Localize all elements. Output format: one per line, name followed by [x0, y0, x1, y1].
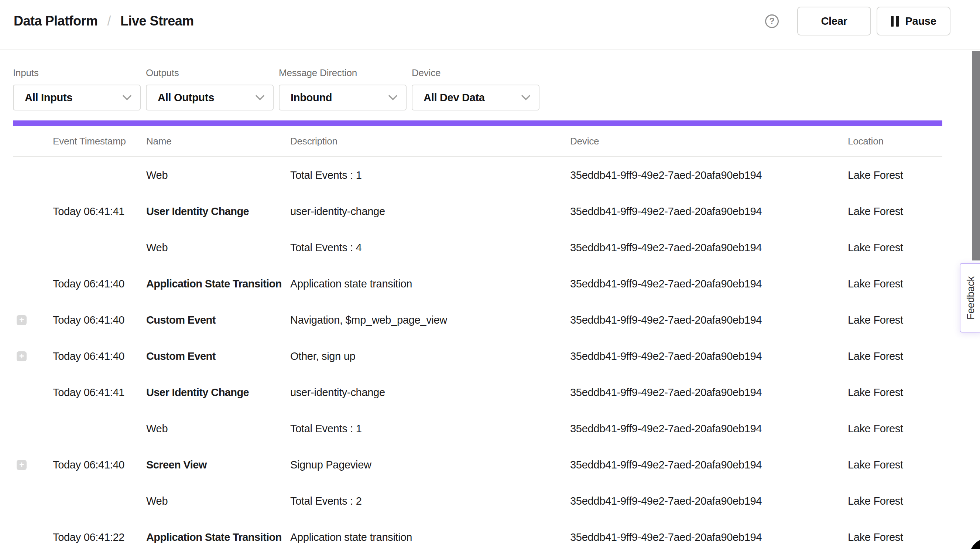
vertical-scrollbar[interactable] [972, 51, 980, 260]
table-row[interactable]: Today 06:41:41User Identity Changeuser-i… [13, 193, 942, 230]
accent-divider [13, 120, 942, 126]
cell-name: User Identity Change [146, 386, 290, 399]
cell-name: Web [146, 242, 290, 254]
cell-location: Lake Forest [848, 206, 942, 218]
cell-location: Lake Forest [848, 242, 942, 254]
filter-outputs: Outputs All Outputs [146, 67, 274, 110]
chevron-down-icon [122, 94, 132, 101]
expand-plus-icon[interactable]: + [17, 351, 27, 361]
cell-device: 35eddb41-9ff9-49e2-7aed-20afa90eb194 [570, 278, 848, 290]
cell-location: Lake Forest [848, 423, 942, 435]
breadcrumb-data-platform[interactable]: Data Platform [14, 13, 98, 29]
inputs-dropdown[interactable]: All Inputs [13, 85, 141, 110]
device-dropdown[interactable]: All Dev Data [412, 85, 539, 110]
cell-name: Application State Transition [146, 278, 290, 290]
cell-device: 35eddb41-9ff9-49e2-7aed-20afa90eb194 [570, 314, 848, 326]
breadcrumb: Data Platform / Live Stream [14, 13, 194, 29]
cell-device: 35eddb41-9ff9-49e2-7aed-20afa90eb194 [570, 386, 848, 399]
cell-description: Application state transition [290, 278, 570, 290]
filter-device: Device All Dev Data [412, 67, 539, 110]
table-row[interactable]: WebTotal Events : 435eddb41-9ff9-49e2-7a… [13, 230, 942, 266]
header-actions: ? Clear Pause [765, 6, 950, 35]
filter-inputs: Inputs All Inputs [13, 67, 141, 110]
filter-outputs-label: Outputs [146, 67, 274, 79]
cell-name: Screen View [146, 459, 290, 471]
table-body: WebTotal Events : 135eddb41-9ff9-49e2-7a… [13, 157, 942, 549]
cell-description: Total Events : 4 [290, 242, 570, 254]
table-row[interactable]: Today 06:41:41User Identity Changeuser-i… [13, 374, 942, 410]
table-row[interactable]: Today 06:41:22Application State Transiti… [13, 519, 942, 549]
chevron-down-icon [255, 94, 265, 101]
filter-device-label: Device [412, 67, 539, 79]
breadcrumb-separator: / [107, 13, 111, 29]
cell-device: 35eddb41-9ff9-49e2-7aed-20afa90eb194 [570, 242, 848, 254]
pause-button[interactable]: Pause [877, 6, 950, 35]
chevron-down-icon [521, 94, 531, 101]
cell-event-timestamp: Today 06:41:40 [53, 350, 146, 362]
cell-location: Lake Forest [848, 386, 942, 399]
table-row[interactable]: WebTotal Events : 135eddb41-9ff9-49e2-7a… [13, 410, 942, 447]
cell-event-timestamp: Today 06:41:22 [53, 531, 146, 543]
feedback-tab-label: Feedback [965, 276, 977, 319]
expand-plus-icon[interactable]: + [17, 460, 27, 470]
expand-cell: + [13, 460, 53, 470]
cell-name: Application State Transition [146, 531, 290, 543]
table-header-name: Name [146, 136, 290, 147]
chat-bubble-partial[interactable] [969, 538, 980, 549]
filter-inputs-label: Inputs [13, 67, 141, 79]
pause-icon [891, 16, 899, 27]
clear-button-label: Clear [821, 15, 847, 27]
cell-description: Application state transition [290, 531, 570, 543]
table-row[interactable]: Today 06:41:40Application State Transiti… [13, 266, 942, 302]
cell-event-timestamp: Today 06:41:40 [53, 314, 146, 326]
chevron-down-icon [388, 94, 398, 101]
cell-description: Total Events : 2 [290, 495, 570, 507]
live-stream-table: Event Timestamp Name Description Device … [13, 126, 942, 549]
expand-plus-icon[interactable]: + [17, 315, 27, 325]
cell-device: 35eddb41-9ff9-49e2-7aed-20afa90eb194 [570, 459, 848, 471]
cell-description: Navigation, $mp_web_page_view [290, 314, 570, 326]
cell-name: User Identity Change [146, 206, 290, 218]
cell-description: Other, sign up [290, 350, 570, 362]
table-header-location: Location [848, 136, 942, 147]
table-row[interactable]: +Today 06:41:40Custom EventNavigation, $… [13, 302, 942, 338]
cell-event-timestamp: Today 06:41:41 [53, 206, 146, 218]
expand-cell: + [13, 351, 53, 361]
page-header: Data Platform / Live Stream ? Clear Paus… [0, 0, 980, 50]
feedback-tab[interactable]: Feedback [960, 263, 980, 332]
expand-cell: + [13, 315, 53, 325]
cell-name: Web [146, 423, 290, 435]
cell-name: Web [146, 495, 290, 507]
cell-location: Lake Forest [848, 350, 942, 362]
table-row[interactable]: WebTotal Events : 135eddb41-9ff9-49e2-7a… [13, 157, 942, 193]
cell-location: Lake Forest [848, 531, 942, 543]
cell-name: Custom Event [146, 350, 290, 362]
cell-description: Signup Pageview [290, 459, 570, 471]
cell-device: 35eddb41-9ff9-49e2-7aed-20afa90eb194 [570, 495, 848, 507]
table-header-device: Device [570, 136, 848, 147]
cell-device: 35eddb41-9ff9-49e2-7aed-20afa90eb194 [570, 531, 848, 543]
table-header-row: Event Timestamp Name Description Device … [13, 126, 942, 157]
table-row[interactable]: +Today 06:41:40Screen ViewSignup Pagevie… [13, 447, 942, 483]
cell-location: Lake Forest [848, 314, 942, 326]
cell-device: 35eddb41-9ff9-49e2-7aed-20afa90eb194 [570, 206, 848, 218]
cell-name: Custom Event [146, 314, 290, 326]
message-direction-dropdown-value: Inbound [291, 92, 332, 104]
clear-button[interactable]: Clear [797, 6, 871, 35]
cell-device: 35eddb41-9ff9-49e2-7aed-20afa90eb194 [570, 423, 848, 435]
cell-location: Lake Forest [848, 495, 942, 507]
cell-description: user-identity-change [290, 206, 570, 218]
table-row[interactable]: +Today 06:41:40Custom EventOther, sign u… [13, 338, 942, 374]
cell-event-timestamp: Today 06:41:40 [53, 459, 146, 471]
message-direction-dropdown[interactable]: Inbound [279, 85, 407, 110]
cell-location: Lake Forest [848, 278, 942, 290]
cell-device: 35eddb41-9ff9-49e2-7aed-20afa90eb194 [570, 169, 848, 181]
filter-message-direction: Message Direction Inbound [279, 67, 407, 110]
help-icon[interactable]: ? [765, 14, 779, 28]
cell-event-timestamp: Today 06:41:41 [53, 386, 146, 399]
filter-message-direction-label: Message Direction [279, 67, 407, 79]
outputs-dropdown[interactable]: All Outputs [146, 85, 274, 110]
pause-button-label: Pause [905, 15, 936, 27]
table-header-description: Description [290, 136, 570, 147]
table-row[interactable]: WebTotal Events : 235eddb41-9ff9-49e2-7a… [13, 483, 942, 519]
